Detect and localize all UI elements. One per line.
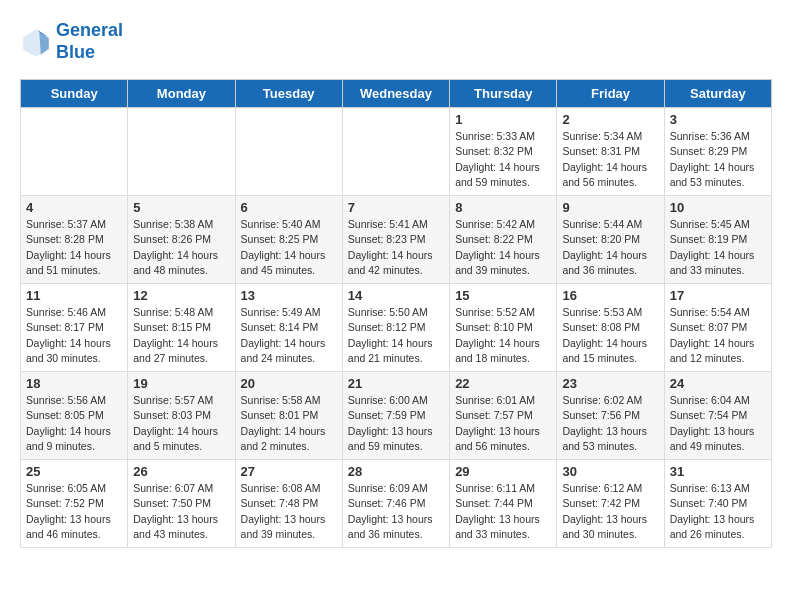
day-info: Sunrise: 5:37 AMSunset: 8:28 PMDaylight:… <box>26 217 122 278</box>
day-number: 3 <box>670 112 766 127</box>
day-number: 22 <box>455 376 551 391</box>
day-number: 23 <box>562 376 658 391</box>
calendar-cell: 27Sunrise: 6:08 AMSunset: 7:48 PMDayligh… <box>235 460 342 548</box>
day-info: Sunrise: 5:46 AMSunset: 8:17 PMDaylight:… <box>26 305 122 366</box>
day-number: 18 <box>26 376 122 391</box>
calendar-cell: 28Sunrise: 6:09 AMSunset: 7:46 PMDayligh… <box>342 460 449 548</box>
day-info: Sunrise: 5:58 AMSunset: 8:01 PMDaylight:… <box>241 393 337 454</box>
day-number: 11 <box>26 288 122 303</box>
calendar-cell: 11Sunrise: 5:46 AMSunset: 8:17 PMDayligh… <box>21 284 128 372</box>
day-number: 20 <box>241 376 337 391</box>
day-info: Sunrise: 6:12 AMSunset: 7:42 PMDaylight:… <box>562 481 658 542</box>
weekday-header-saturday: Saturday <box>664 80 771 108</box>
weekday-header-sunday: Sunday <box>21 80 128 108</box>
calendar-cell: 20Sunrise: 5:58 AMSunset: 8:01 PMDayligh… <box>235 372 342 460</box>
day-info: Sunrise: 5:38 AMSunset: 8:26 PMDaylight:… <box>133 217 229 278</box>
weekday-header-wednesday: Wednesday <box>342 80 449 108</box>
day-number: 29 <box>455 464 551 479</box>
day-info: Sunrise: 6:11 AMSunset: 7:44 PMDaylight:… <box>455 481 551 542</box>
calendar-cell: 17Sunrise: 5:54 AMSunset: 8:07 PMDayligh… <box>664 284 771 372</box>
calendar-cell: 13Sunrise: 5:49 AMSunset: 8:14 PMDayligh… <box>235 284 342 372</box>
day-number: 14 <box>348 288 444 303</box>
calendar-cell: 8Sunrise: 5:42 AMSunset: 8:22 PMDaylight… <box>450 196 557 284</box>
day-info: Sunrise: 5:34 AMSunset: 8:31 PMDaylight:… <box>562 129 658 190</box>
day-info: Sunrise: 6:05 AMSunset: 7:52 PMDaylight:… <box>26 481 122 542</box>
day-number: 24 <box>670 376 766 391</box>
day-number: 25 <box>26 464 122 479</box>
day-info: Sunrise: 5:52 AMSunset: 8:10 PMDaylight:… <box>455 305 551 366</box>
calendar-week-row: 11Sunrise: 5:46 AMSunset: 8:17 PMDayligh… <box>21 284 772 372</box>
day-info: Sunrise: 5:33 AMSunset: 8:32 PMDaylight:… <box>455 129 551 190</box>
day-info: Sunrise: 5:57 AMSunset: 8:03 PMDaylight:… <box>133 393 229 454</box>
calendar-body: 1Sunrise: 5:33 AMSunset: 8:32 PMDaylight… <box>21 108 772 548</box>
day-info: Sunrise: 6:04 AMSunset: 7:54 PMDaylight:… <box>670 393 766 454</box>
calendar-cell: 4Sunrise: 5:37 AMSunset: 8:28 PMDaylight… <box>21 196 128 284</box>
logo-text: General Blue <box>56 20 123 63</box>
calendar-week-row: 1Sunrise: 5:33 AMSunset: 8:32 PMDaylight… <box>21 108 772 196</box>
calendar-cell: 5Sunrise: 5:38 AMSunset: 8:26 PMDaylight… <box>128 196 235 284</box>
weekday-header-thursday: Thursday <box>450 80 557 108</box>
calendar-week-row: 4Sunrise: 5:37 AMSunset: 8:28 PMDaylight… <box>21 196 772 284</box>
calendar-cell: 30Sunrise: 6:12 AMSunset: 7:42 PMDayligh… <box>557 460 664 548</box>
calendar-cell <box>235 108 342 196</box>
calendar-cell: 12Sunrise: 5:48 AMSunset: 8:15 PMDayligh… <box>128 284 235 372</box>
calendar-cell: 25Sunrise: 6:05 AMSunset: 7:52 PMDayligh… <box>21 460 128 548</box>
calendar-cell <box>128 108 235 196</box>
day-number: 27 <box>241 464 337 479</box>
day-info: Sunrise: 5:48 AMSunset: 8:15 PMDaylight:… <box>133 305 229 366</box>
day-number: 21 <box>348 376 444 391</box>
day-info: Sunrise: 5:54 AMSunset: 8:07 PMDaylight:… <box>670 305 766 366</box>
weekday-header-friday: Friday <box>557 80 664 108</box>
calendar-cell: 3Sunrise: 5:36 AMSunset: 8:29 PMDaylight… <box>664 108 771 196</box>
day-number: 28 <box>348 464 444 479</box>
day-number: 12 <box>133 288 229 303</box>
calendar-cell: 6Sunrise: 5:40 AMSunset: 8:25 PMDaylight… <box>235 196 342 284</box>
day-info: Sunrise: 5:45 AMSunset: 8:19 PMDaylight:… <box>670 217 766 278</box>
day-number: 2 <box>562 112 658 127</box>
calendar-cell: 15Sunrise: 5:52 AMSunset: 8:10 PMDayligh… <box>450 284 557 372</box>
day-info: Sunrise: 6:13 AMSunset: 7:40 PMDaylight:… <box>670 481 766 542</box>
day-number: 4 <box>26 200 122 215</box>
calendar-cell: 1Sunrise: 5:33 AMSunset: 8:32 PMDaylight… <box>450 108 557 196</box>
weekday-header-monday: Monday <box>128 80 235 108</box>
day-info: Sunrise: 6:02 AMSunset: 7:56 PMDaylight:… <box>562 393 658 454</box>
calendar-cell: 18Sunrise: 5:56 AMSunset: 8:05 PMDayligh… <box>21 372 128 460</box>
day-number: 9 <box>562 200 658 215</box>
weekday-header-row: SundayMondayTuesdayWednesdayThursdayFrid… <box>21 80 772 108</box>
day-info: Sunrise: 5:42 AMSunset: 8:22 PMDaylight:… <box>455 217 551 278</box>
day-number: 31 <box>670 464 766 479</box>
logo-icon <box>20 26 52 58</box>
calendar-cell <box>21 108 128 196</box>
calendar-cell: 31Sunrise: 6:13 AMSunset: 7:40 PMDayligh… <box>664 460 771 548</box>
day-number: 13 <box>241 288 337 303</box>
day-info: Sunrise: 6:07 AMSunset: 7:50 PMDaylight:… <box>133 481 229 542</box>
calendar-week-row: 25Sunrise: 6:05 AMSunset: 7:52 PMDayligh… <box>21 460 772 548</box>
day-number: 10 <box>670 200 766 215</box>
calendar-cell: 23Sunrise: 6:02 AMSunset: 7:56 PMDayligh… <box>557 372 664 460</box>
day-info: Sunrise: 6:00 AMSunset: 7:59 PMDaylight:… <box>348 393 444 454</box>
calendar-cell: 19Sunrise: 5:57 AMSunset: 8:03 PMDayligh… <box>128 372 235 460</box>
calendar-cell: 24Sunrise: 6:04 AMSunset: 7:54 PMDayligh… <box>664 372 771 460</box>
day-number: 7 <box>348 200 444 215</box>
day-info: Sunrise: 5:41 AMSunset: 8:23 PMDaylight:… <box>348 217 444 278</box>
calendar-header: SundayMondayTuesdayWednesdayThursdayFrid… <box>21 80 772 108</box>
day-info: Sunrise: 5:44 AMSunset: 8:20 PMDaylight:… <box>562 217 658 278</box>
day-number: 8 <box>455 200 551 215</box>
day-number: 6 <box>241 200 337 215</box>
day-number: 26 <box>133 464 229 479</box>
calendar-cell: 2Sunrise: 5:34 AMSunset: 8:31 PMDaylight… <box>557 108 664 196</box>
day-info: Sunrise: 5:36 AMSunset: 8:29 PMDaylight:… <box>670 129 766 190</box>
day-info: Sunrise: 5:40 AMSunset: 8:25 PMDaylight:… <box>241 217 337 278</box>
calendar-week-row: 18Sunrise: 5:56 AMSunset: 8:05 PMDayligh… <box>21 372 772 460</box>
calendar-cell: 16Sunrise: 5:53 AMSunset: 8:08 PMDayligh… <box>557 284 664 372</box>
day-info: Sunrise: 6:09 AMSunset: 7:46 PMDaylight:… <box>348 481 444 542</box>
calendar-cell <box>342 108 449 196</box>
calendar-cell: 29Sunrise: 6:11 AMSunset: 7:44 PMDayligh… <box>450 460 557 548</box>
page-header: General Blue <box>20 20 772 63</box>
calendar-table: SundayMondayTuesdayWednesdayThursdayFrid… <box>20 79 772 548</box>
day-info: Sunrise: 6:01 AMSunset: 7:57 PMDaylight:… <box>455 393 551 454</box>
logo: General Blue <box>20 20 123 63</box>
day-info: Sunrise: 5:50 AMSunset: 8:12 PMDaylight:… <box>348 305 444 366</box>
day-number: 19 <box>133 376 229 391</box>
day-info: Sunrise: 5:56 AMSunset: 8:05 PMDaylight:… <box>26 393 122 454</box>
